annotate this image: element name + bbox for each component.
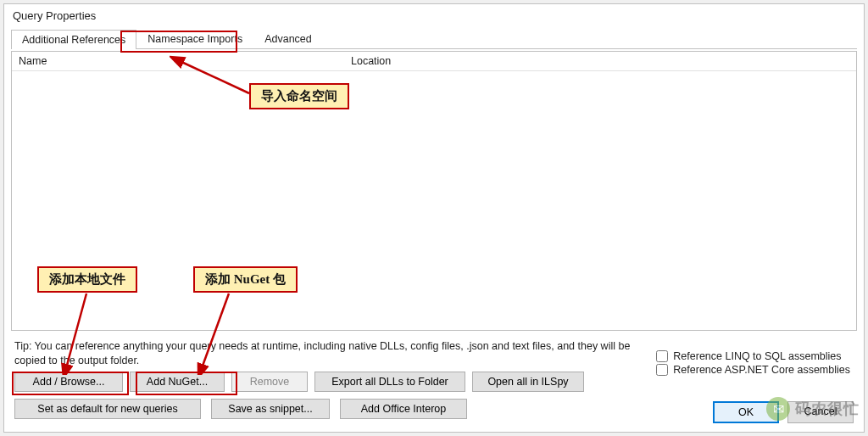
references-list[interactable]: Name Location: [11, 51, 857, 331]
save-snippet-button[interactable]: Save as snippet...: [211, 399, 330, 419]
wechat-icon: ✉: [766, 397, 790, 421]
check-linq-sql[interactable]: Reference LINQ to SQL assemblies: [656, 350, 850, 362]
open-ilspy-button[interactable]: Open all in ILSpy: [472, 372, 584, 392]
watermark-text: 码农很忙: [795, 399, 860, 419]
add-browse-button[interactable]: Add / Browse...: [14, 372, 123, 392]
set-default-button[interactable]: Set as default for new queries: [14, 399, 201, 419]
add-nuget-button[interactable]: Add NuGet...: [130, 372, 225, 392]
reference-options: Reference LINQ to SQL assemblies Referen…: [656, 350, 850, 376]
column-location[interactable]: Location: [344, 52, 398, 70]
tab-advanced[interactable]: Advanced: [253, 29, 323, 48]
query-properties-dialog: Query Properties Additional References N…: [3, 3, 865, 433]
column-headers: Name Location: [12, 52, 856, 71]
check-aspnet-core-label: Reference ASP.NET Core assemblies: [673, 364, 850, 376]
add-office-interop-button[interactable]: Add Office Interop: [340, 399, 467, 419]
check-aspnet-core[interactable]: Reference ASP.NET Core assemblies: [656, 364, 850, 376]
column-name[interactable]: Name: [12, 52, 344, 70]
dialog-title: Query Properties: [4, 4, 864, 29]
check-linq-sql-label: Reference LINQ to SQL assemblies: [673, 350, 841, 362]
watermark: ✉ 码农很忙: [766, 397, 860, 421]
tab-strip: Additional References Namespace Imports …: [11, 29, 857, 49]
annotation-local-file: 添加本地文件: [37, 266, 137, 293]
checkbox-linq-sql[interactable]: [656, 350, 668, 362]
annotation-namespace: 导入命名空间: [249, 83, 349, 109]
tip-text: Tip: You can reference anything your que…: [14, 339, 642, 368]
annotation-nuget: 添加 NuGet 包: [193, 266, 298, 293]
export-dlls-button[interactable]: Export all DLLs to Folder: [314, 372, 465, 392]
checkbox-aspnet-core[interactable]: [656, 364, 668, 376]
tab-namespace-imports[interactable]: Namespace Imports: [136, 29, 253, 48]
remove-button: Remove: [231, 372, 308, 392]
tab-additional-references[interactable]: Additional References: [11, 30, 136, 49]
